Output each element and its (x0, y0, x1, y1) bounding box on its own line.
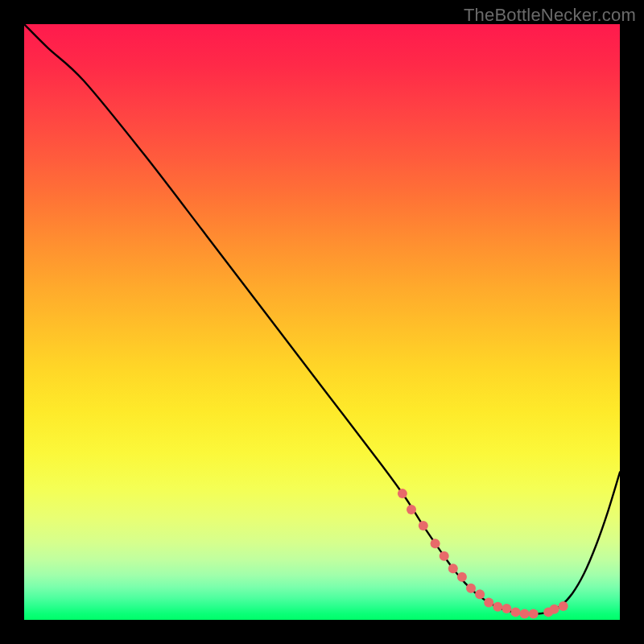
data-point-marker (484, 598, 493, 608)
data-point-marker (419, 521, 428, 530)
data-point-marker (431, 539, 440, 548)
data-point-marker (457, 572, 467, 582)
data-point-marker (543, 607, 553, 617)
data-point-marker (407, 505, 416, 514)
data-point-marker (559, 601, 568, 611)
watermark-text: TheBottleNecker.com (464, 5, 636, 26)
data-point-marker (550, 605, 559, 614)
curve-markers (398, 489, 568, 618)
data-point-marker (511, 607, 521, 617)
data-point-marker (502, 604, 511, 613)
data-point-marker (440, 551, 449, 561)
data-point-marker (493, 602, 502, 612)
curve-line (24, 24, 620, 614)
data-point-marker (448, 564, 458, 573)
chart-container: TheBottleNecker.com (0, 0, 644, 644)
data-point-marker (520, 609, 530, 619)
data-point-marker (529, 609, 539, 619)
data-point-marker (466, 584, 476, 593)
data-point-marker (398, 489, 407, 498)
data-point-marker (475, 589, 485, 599)
chart-svg (24, 24, 620, 620)
plot-area (24, 24, 620, 620)
